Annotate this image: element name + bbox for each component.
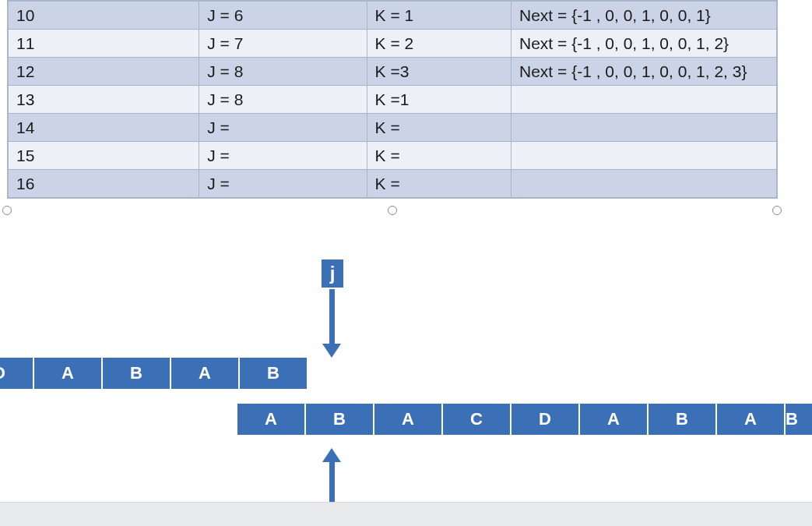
text-cell: D <box>511 404 578 435</box>
pattern-cell: B <box>240 358 307 389</box>
slide-footer-bar <box>0 502 812 526</box>
cell-k: K = 1 <box>367 2 511 30</box>
pattern-cell: A <box>34 358 101 389</box>
cell-next <box>511 170 777 198</box>
cell-next <box>511 86 777 114</box>
cell-k: K = 2 <box>367 30 511 58</box>
table-row: 13 J = 8 K =1 <box>9 86 777 114</box>
cell-next <box>511 114 777 142</box>
cell-step: 11 <box>9 30 199 58</box>
table-row: 16 J = K = <box>9 170 777 198</box>
cell-k: K = <box>367 170 511 198</box>
cell-step: 10 <box>9 2 199 30</box>
cell-next: Next = {-1 , 0, 0, 1, 0, 0, 1} <box>511 2 777 30</box>
cell-j: J = 8 <box>199 58 367 86</box>
table-row: 11 J = 7 K = 2 Next = {-1 , 0, 0, 1, 0, … <box>9 30 777 58</box>
cell-step: 15 <box>9 142 199 170</box>
pattern-cell: A <box>171 358 238 389</box>
text-bottom-row: A B A C D A B A B <box>237 404 812 435</box>
pointer-j-label: j <box>322 259 343 288</box>
cell-j: J = 8 <box>199 86 367 114</box>
cell-j: J = <box>199 142 367 170</box>
cell-j: J = 6 <box>199 2 367 30</box>
resize-handle-right[interactable] <box>772 206 782 215</box>
resize-handle-left[interactable] <box>2 206 12 215</box>
table: 10 J = 6 K = 1 Next = {-1 , 0, 0, 1, 0, … <box>8 1 777 198</box>
cell-k: K =1 <box>367 86 511 114</box>
cell-j: J = 7 <box>199 30 367 58</box>
table-body: 10 J = 6 K = 1 Next = {-1 , 0, 0, 1, 0, … <box>9 2 777 198</box>
pattern-top-row: D A B A B <box>0 358 307 389</box>
text-cell: A <box>374 404 441 435</box>
cell-next: Next = {-1 , 0, 0, 1, 0, 0, 1, 2} <box>511 30 777 58</box>
text-cell: A <box>237 404 304 435</box>
text-cell: A <box>717 404 784 435</box>
table-row: 15 J = K = <box>9 142 777 170</box>
cell-step: 12 <box>9 58 199 86</box>
table-row: 10 J = 6 K = 1 Next = {-1 , 0, 0, 1, 0, … <box>9 2 777 30</box>
pattern-cell: B <box>103 358 170 389</box>
cell-step: 16 <box>9 170 199 198</box>
cell-step: 13 <box>9 86 199 114</box>
text-cell: B <box>786 404 812 435</box>
text-cell: A <box>580 404 647 435</box>
cell-j: J = <box>199 114 367 142</box>
cell-k: K =3 <box>367 58 511 86</box>
resize-handle-middle[interactable] <box>388 206 397 215</box>
cell-k: K = <box>367 114 511 142</box>
trace-table: 10 J = 6 K = 1 Next = {-1 , 0, 0, 1, 0, … <box>7 0 778 199</box>
cell-next <box>511 142 777 170</box>
text-cell: B <box>306 404 373 435</box>
pattern-cell: D <box>0 358 33 389</box>
cell-k: K = <box>367 142 511 170</box>
text-cell: C <box>443 404 510 435</box>
table-row: 14 J = K = <box>9 114 777 142</box>
cell-j: J = <box>199 170 367 198</box>
arrow-down-icon <box>329 289 335 345</box>
table-row: 12 J = 8 K =3 Next = {-1 , 0, 0, 1, 0, 0… <box>9 58 777 86</box>
cell-next: Next = {-1 , 0, 0, 1, 0, 0, 1, 2, 3} <box>511 58 777 86</box>
cell-step: 14 <box>9 114 199 142</box>
arrow-up-icon <box>329 461 335 508</box>
text-cell: B <box>649 404 715 435</box>
